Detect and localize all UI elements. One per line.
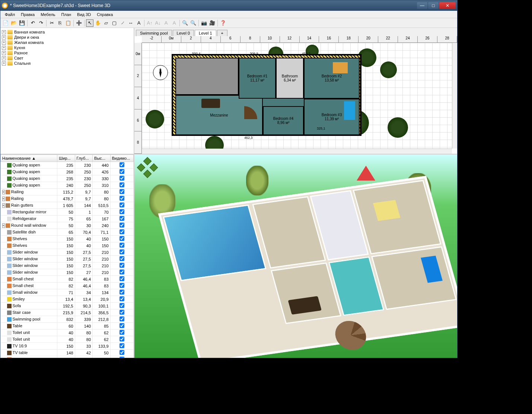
zoom-out-button[interactable]: 🔍 — [189, 19, 197, 27]
minimize-button[interactable]: — — [417, 2, 427, 9]
table-row[interactable]: Smiley13,413,420,9 — [1, 296, 134, 303]
compass-icon[interactable]: N — [153, 65, 168, 80]
catalog-item[interactable]: +Свет — [2, 55, 132, 61]
visible-checkbox[interactable] — [120, 337, 124, 341]
expand-icon[interactable]: + — [2, 51, 6, 55]
table-row[interactable]: +Rain gutters1 605144510,5 — [1, 202, 134, 209]
nav-3d-control[interactable] — [138, 158, 157, 177]
expand-icon[interactable]: + — [2, 41, 6, 45]
table-row[interactable]: Quaking aspen235230330 — [1, 175, 134, 182]
catalog-item[interactable]: +Кухня — [2, 45, 132, 50]
add-level-button[interactable]: + — [217, 30, 227, 36]
wall-tool[interactable]: ▱ — [102, 19, 110, 27]
catalog-item[interactable]: +Ванная комната — [2, 29, 132, 35]
visible-checkbox[interactable] — [120, 290, 124, 294]
table-row[interactable]: TV table1484250 — [1, 350, 134, 356]
nav-right-icon[interactable] — [150, 163, 158, 172]
expand-icon[interactable]: + — [2, 35, 6, 39]
house-outline[interactable]: Mezzanine Bedroom #1 11,17 м² Bathroom 6… — [172, 54, 361, 136]
catalog-tree[interactable]: +Ванная комната+Двери и окна+Жилая комна… — [0, 28, 134, 155]
tree-icon[interactable] — [380, 61, 397, 78]
table-row[interactable]: Toilet unit408062 — [1, 329, 134, 336]
table-row[interactable]: Slider window15027,5210 — [1, 249, 134, 256]
expand-icon[interactable]: + — [2, 56, 6, 60]
visible-checkbox[interactable] — [120, 343, 124, 348]
zoom-in-button[interactable]: 🔍 — [181, 19, 189, 27]
table-row[interactable]: +Railing478,79,780 — [1, 195, 134, 202]
visible-checkbox[interactable] — [120, 189, 124, 194]
visible-checkbox[interactable] — [120, 283, 124, 288]
visible-checkbox[interactable] — [120, 303, 124, 308]
house-3d[interactable] — [158, 176, 457, 358]
visible-checkbox[interactable] — [120, 196, 124, 201]
plan-canvas[interactable]: -20м246810121416182022242628 0м2468 N — [134, 36, 457, 154]
tree-icon[interactable] — [146, 110, 164, 128]
menu-правка[interactable]: Правка — [18, 12, 38, 17]
scrollbar-vertical[interactable] — [452, 43, 457, 149]
expand-icon[interactable]: + — [2, 61, 6, 66]
visible-checkbox[interactable] — [120, 236, 124, 241]
room-bedroom2[interactable]: Bedroom #2 13,58 м² — [304, 58, 360, 99]
table-row[interactable]: Quaking aspen235230440 — [1, 162, 134, 169]
column-header[interactable]: Видимо... — [110, 155, 133, 162]
table-row[interactable]: Satellite dish6570,471,1 — [1, 229, 134, 236]
table-row[interactable]: Shelves15040150 — [1, 236, 134, 242]
room-bedroom4[interactable]: Bedroom #4 8,96 м² — [263, 106, 304, 135]
room-roof[interactable] — [175, 58, 239, 95]
dimension-tool[interactable]: ↔ — [127, 19, 134, 27]
visible-checkbox[interactable] — [120, 276, 124, 281]
select-tool[interactable]: ↖ — [86, 19, 93, 27]
help-button[interactable]: ❓ — [219, 19, 227, 27]
table-row[interactable]: Quaking aspen240250310 — [1, 182, 134, 189]
visible-checkbox[interactable] — [120, 357, 124, 358]
table-row[interactable]: TV 16:915033133,9 — [1, 343, 134, 350]
furniture-table[interactable]: Наименование ▲Шир...Глуб...Выс...Видимо.… — [0, 155, 134, 358]
visible-checkbox[interactable] — [120, 182, 124, 187]
add-furniture-button[interactable]: ➕ — [75, 19, 83, 27]
close-button[interactable]: ✕ — [439, 2, 456, 9]
visible-checkbox[interactable] — [120, 176, 124, 181]
text-tool[interactable]: A — [135, 19, 143, 27]
menu-вид 3d[interactable]: Вид 3D — [74, 12, 94, 17]
visible-checkbox[interactable] — [120, 169, 124, 174]
plan-grid[interactable]: N 500,4 309,9 459,7 — [142, 43, 457, 149]
copy-button[interactable]: ⎘ — [56, 19, 64, 27]
catalog-item[interactable]: +Жилая комната — [2, 40, 132, 45]
table-row[interactable]: Slider window15027,5210 — [1, 262, 134, 269]
level-tab[interactable]: Swimming pool — [136, 30, 172, 36]
titlebar[interactable]: * SweetHome3DExample7.sh3d - Sweet Home … — [0, 0, 457, 11]
visible-checkbox[interactable] — [120, 330, 124, 335]
visible-checkbox[interactable] — [120, 323, 124, 328]
column-header[interactable]: Шир... — [57, 155, 75, 162]
visible-checkbox[interactable] — [120, 249, 124, 254]
catalog-item[interactable]: +Разное — [2, 50, 132, 55]
new-button[interactable]: 📄 — [2, 19, 9, 27]
column-header[interactable]: Выс... — [93, 155, 110, 162]
visible-checkbox[interactable] — [120, 263, 124, 268]
table-row[interactable]: Table6014085 — [1, 323, 134, 329]
visible-checkbox[interactable] — [120, 310, 124, 315]
photo-button[interactable]: 📷 — [200, 19, 208, 27]
visible-checkbox[interactable] — [120, 296, 124, 301]
table-row[interactable]: +Round wall window5030240 — [1, 222, 134, 229]
staircase-icon[interactable] — [231, 106, 257, 132]
menu-справка[interactable]: Справка — [94, 12, 116, 17]
visible-checkbox[interactable] — [120, 203, 124, 207]
visible-checkbox[interactable] — [120, 350, 124, 355]
video-button[interactable]: 🎥 — [208, 19, 216, 27]
room-bedroom3[interactable]: Bedroom #3 11,39 м² — [304, 99, 360, 135]
catalog-item[interactable]: +Двери и окна — [2, 35, 132, 40]
visible-checkbox[interactable] — [120, 209, 124, 214]
bold-button[interactable]: A — [162, 19, 170, 27]
table-row[interactable]: +Railing115,29,780 — [1, 189, 134, 195]
table-row[interactable]: Slider window15027,5210 — [1, 256, 134, 262]
visible-checkbox[interactable] — [120, 223, 124, 227]
save-button[interactable]: 💾 — [18, 19, 26, 27]
visible-checkbox[interactable] — [120, 316, 124, 321]
redo-button[interactable]: ↷ — [37, 19, 45, 27]
visible-checkbox[interactable] — [120, 270, 124, 274]
table-row[interactable]: Stair case215,9214,5356,5 — [1, 309, 134, 316]
table-row[interactable]: Refridgerator7565167 — [1, 216, 134, 222]
column-header[interactable]: Наименование ▲ — [1, 155, 57, 162]
visible-checkbox[interactable] — [120, 162, 124, 167]
